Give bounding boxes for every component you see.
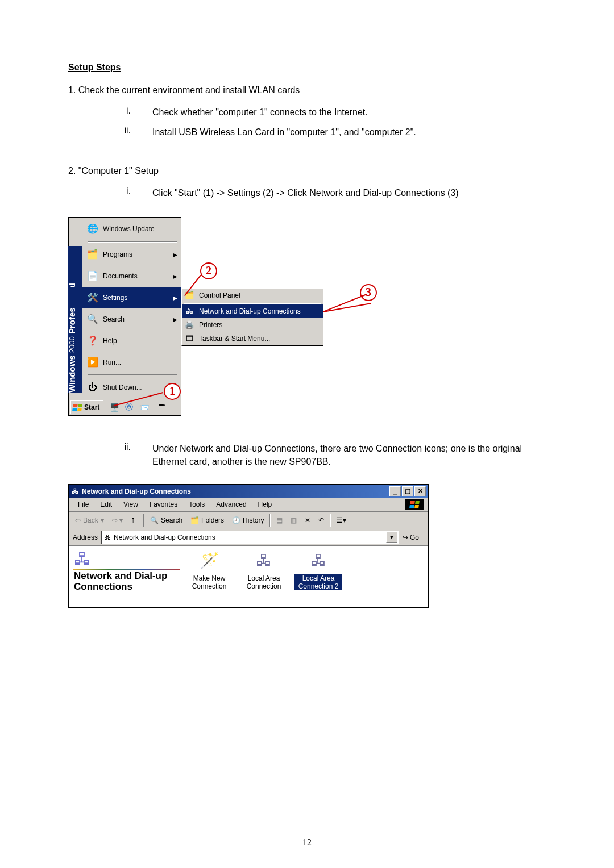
folder-hero-icon: 🖧: [74, 549, 91, 569]
address-combo[interactable]: 🖧 Network and Dial-up Connections ▼: [101, 531, 399, 544]
help-icon: ❓: [86, 334, 99, 348]
address-text: Network and Dial-up Connections: [114, 533, 215, 541]
go-button[interactable]: ↪ Go: [403, 533, 424, 541]
toolbar: ⇦ Back ▾ ⇨ ▾ ⮤ 🔍Search 🗂️Folders 🕘Histor…: [69, 512, 428, 529]
address-dropdown-icon[interactable]: ▼: [386, 532, 397, 543]
network-icon: 🖧: [185, 307, 194, 316]
history-button[interactable]: 🕘History: [230, 515, 266, 525]
startmenu-screenshot: Windows 2000 Professional 🌐 Windows Upda…: [68, 217, 546, 416]
sub-text: Click "Start" (1) -> Settings (2) -> Cli…: [152, 186, 546, 199]
step-2-line: 2. "Computer 1" Setup: [68, 166, 546, 176]
callout-3-line-b: [323, 303, 371, 312]
callout-3-line-a: [323, 294, 367, 312]
quicklaunch-outlook-icon[interactable]: 📨: [138, 401, 150, 414]
titlebar-icon: 🖧: [72, 487, 78, 495]
item-make-new-connection[interactable]: 🪄 Make New Connection: [185, 549, 233, 604]
shutdown-icon: ⏻: [86, 381, 99, 394]
step-2-sublist-a: i. Click "Start" (1) -> Settings (2) -> …: [68, 186, 546, 199]
rainbow-divider: [73, 569, 180, 570]
sub-text: Check whether "computer 1" connects to t…: [152, 106, 546, 119]
submenu-arrow-icon: ▶: [173, 294, 177, 301]
windows-flag-icon: [72, 404, 82, 411]
address-label: Address: [73, 533, 98, 541]
step-1-sublist: i. Check whether "computer 1" connects t…: [68, 106, 546, 139]
step-2-sublist-b: ii. Under Network and Dial-up Connection…: [68, 442, 546, 468]
back-button[interactable]: ⇦ Back ▾: [73, 515, 106, 525]
step-1-line: 1. Check the current environment and ins…: [68, 85, 546, 95]
network-adapter-icon: 🖧: [252, 549, 275, 572]
explorer-body: 🖧 Network and Dial-up Connections 🪄 Make…: [69, 546, 428, 607]
address-bar: Address 🖧 Network and Dial-up Connection…: [69, 529, 428, 546]
step-1-ii: ii. Install USB Wireless Lan Card in "co…: [68, 126, 546, 139]
up-button[interactable]: ⮤: [128, 515, 140, 525]
quicklaunch-app-icon[interactable]: 🗔: [156, 401, 168, 414]
submenu-taskbar-startmenu[interactable]: 🗔 Taskbar & Start Menu...: [182, 332, 323, 345]
forward-button[interactable]: ⇨ ▾: [110, 515, 125, 525]
explorer-left-pane: 🖧 Network and Dial-up Connections: [69, 546, 183, 607]
start-menu-panel: Windows 2000 Professional 🌐 Windows Upda…: [68, 217, 181, 410]
menu-documents[interactable]: 📄 Documents ▶: [69, 265, 181, 287]
menu-separator: [88, 374, 177, 375]
menu-help[interactable]: Help: [253, 499, 277, 510]
documents-icon: 📄: [86, 269, 99, 283]
submenu-network-dialup[interactable]: 🖧 Network and Dial-up Connections: [182, 304, 323, 318]
callout-3: 3: [360, 284, 377, 301]
explorer-items: 🪄 Make New Connection 🖧 Local Area Conne…: [183, 546, 428, 607]
menu-file[interactable]: File: [73, 499, 94, 510]
quicklaunch-desktop-icon[interactable]: 🖥️: [108, 401, 121, 414]
titlebar: 🖧 Network and Dial-up Connections _ ▢ ✕: [69, 485, 428, 498]
submenu-printers[interactable]: 🖨️ Printers: [182, 318, 323, 332]
menu-windows-update[interactable]: 🌐 Windows Update: [69, 218, 181, 240]
menu-label: Windows Update: [103, 225, 155, 233]
menu-run[interactable]: ▶️ Run...: [69, 352, 181, 373]
menu-settings[interactable]: 🛠️ Settings ▶: [69, 287, 181, 308]
titlebar-text: Network and Dial-up Connections: [82, 487, 191, 495]
submenu-arrow-icon: ▶: [173, 316, 177, 322]
item-local-area-connection[interactable]: 🖧 Local Area Connection: [240, 549, 288, 604]
roman-numeral: i.: [97, 106, 152, 119]
menu-help[interactable]: ❓ Help: [69, 330, 181, 352]
toolbar-separator: [269, 514, 271, 527]
item-label: Local Area Connection: [240, 574, 288, 590]
views-button[interactable]: ☰▾: [334, 515, 349, 525]
taskbar-icon: 🗔: [185, 334, 194, 343]
submenu-label: Printers: [199, 321, 222, 329]
minimize-button[interactable]: _: [389, 486, 401, 496]
menu-programs[interactable]: 🗂️ Programs ▶: [69, 244, 181, 265]
start-button-label: Start: [84, 403, 99, 411]
folders-button[interactable]: 🗂️Folders: [188, 515, 226, 525]
menu-favorites[interactable]: Favorites: [144, 499, 182, 510]
start-button[interactable]: Start: [70, 400, 103, 414]
sub-text: Install USB Wireless Lan Card in "comput…: [152, 126, 546, 139]
menu-label: Shut Down...: [103, 383, 142, 391]
close-button[interactable]: ✕: [414, 486, 426, 496]
submenu-arrow-icon: ▶: [173, 273, 177, 279]
submenu-arrow-icon: ▶: [173, 251, 177, 257]
menu-label: Run...: [103, 358, 121, 366]
menu-search[interactable]: 🔍 Search ▶: [69, 308, 181, 330]
printers-icon: 🖨️: [185, 320, 194, 329]
search-button[interactable]: 🔍Search: [148, 515, 185, 525]
item-label: Make New Connection: [185, 574, 233, 590]
submenu-label: Control Panel: [199, 291, 240, 299]
maximize-button[interactable]: ▢: [402, 486, 413, 496]
menu-view[interactable]: View: [118, 499, 143, 510]
roman-numeral: i.: [97, 186, 152, 199]
menu-edit[interactable]: Edit: [95, 499, 117, 510]
roman-numeral: ii.: [97, 442, 152, 468]
delete-button[interactable]: ✕: [302, 515, 313, 525]
taskbar: Start 🖥️ ⓔ 📨 🗔: [68, 399, 181, 416]
menu-tools[interactable]: Tools: [184, 499, 210, 510]
toolbar-separator: [143, 514, 144, 527]
undo-button[interactable]: ↶: [316, 515, 326, 525]
section-heading: Setup Steps: [68, 62, 546, 73]
callout-1: 1: [164, 383, 181, 400]
address-icon: 🖧: [104, 533, 111, 541]
menu-advanced[interactable]: Advanced: [211, 499, 251, 510]
search-icon: 🔍: [86, 312, 99, 326]
copyto-button[interactable]: ▥: [288, 515, 299, 525]
moveto-button[interactable]: ▤: [274, 515, 285, 525]
submenu-control-panel[interactable]: 🗂️ Control Panel: [182, 289, 323, 302]
item-local-area-connection-2[interactable]: 🖧 Local Area Connection 2: [294, 549, 342, 604]
roman-numeral: ii.: [97, 126, 152, 139]
